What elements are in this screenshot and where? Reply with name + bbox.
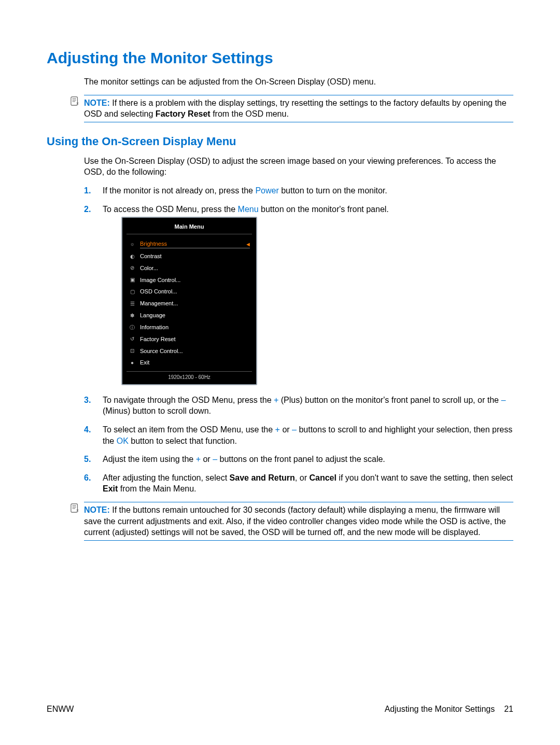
step-text: If the monitor is not already on, press … (103, 186, 387, 195)
svg-rect-1 (71, 504, 78, 512)
step-number: 1. (84, 185, 91, 196)
osd-item-label: Factory Reset (140, 335, 175, 343)
note-box-1: NOTE: If there is a problem with the dis… (84, 95, 513, 122)
footer-section-name: Adjusting the Monitor Settings (385, 705, 495, 714)
osd-menu-item: ↺Factory Reset (127, 334, 252, 345)
osd-item-icon: ↺ (129, 335, 136, 343)
section-title: Adjusting the Monitor Settings (47, 49, 513, 67)
note-box-2: NOTE: If the buttons remain untouched fo… (84, 502, 513, 541)
step-number: 3. (84, 395, 91, 406)
step-number: 4. (84, 424, 91, 435)
osd-item-label: Brightness (140, 240, 250, 248)
step-number: 6. (84, 472, 91, 484)
step-5: 5.Adjust the item using the + or – butto… (84, 454, 513, 465)
osd-item-icon: ✽ (129, 312, 136, 319)
osd-item-label: OSD Control... (140, 288, 177, 296)
osd-title: Main Menu (127, 222, 252, 234)
step-text: Adjust the item using the + or – buttons… (103, 455, 385, 463)
osd-item-icon: ▣ (129, 276, 136, 284)
page-footer: ENWW Adjusting the Monitor Settings 21 (47, 705, 513, 714)
osd-menu-item: ⊘Color... (127, 263, 252, 274)
step-text: To select an item from the OSD Menu, use… (103, 425, 512, 445)
step-text: To access the OSD Menu, press the Menu b… (103, 205, 389, 214)
note-text-2: If the buttons remain untouched for 30 s… (84, 505, 506, 537)
osd-menu-item: ⓘInformation (127, 322, 252, 333)
osd-menu-item: ✽Language (127, 310, 252, 321)
footer-page-number: 21 (504, 705, 513, 714)
osd-item-icon: ▢ (129, 288, 136, 296)
osd-menu-item: ◐Contrast (127, 251, 252, 262)
osd-menu-item: ☼Brightness◄ (127, 238, 252, 250)
osd-item-label: Information (140, 324, 169, 331)
osd-menu-item: ☰Management... (127, 298, 252, 309)
step-2: 2.To access the OSD Menu, press the Menu… (84, 204, 513, 385)
osd-item-label: Color... (140, 264, 158, 272)
osd-item-label: Image Control... (140, 276, 180, 284)
step-3: 3.To navigate through the OSD Menu, pres… (84, 395, 513, 417)
step-4: 4.To select an item from the OSD Menu, u… (84, 424, 513, 446)
subsection-title: Using the On-Screen Display Menu (47, 135, 513, 148)
osd-item-icon: ☰ (129, 300, 136, 307)
note-icon (71, 96, 80, 106)
osd-item-label: Language (140, 312, 165, 319)
osd-menu-item: ▢OSD Control... (127, 286, 252, 297)
osd-item-label: Exit (140, 359, 149, 367)
osd-item-icon: ☼ (129, 241, 136, 248)
step-number: 5. (84, 454, 91, 465)
svg-rect-0 (71, 96, 78, 105)
osd-screenshot: Main Menu ☼Brightness◄◐Contrast⊘Color...… (121, 217, 257, 385)
osd-item-icon: ● (129, 359, 136, 367)
osd-item-icon: ◐ (129, 253, 136, 260)
footer-left: ENWW (47, 705, 74, 714)
osd-item-label: Source Control... (140, 347, 183, 355)
sub-intro-text: Use the On-Screen Display (OSD) to adjus… (84, 156, 513, 178)
note-label-2: NOTE: (84, 505, 110, 514)
osd-item-label: Contrast (140, 252, 162, 260)
osd-menu-item: ▣Image Control... (127, 275, 252, 286)
step-1: 1.If the monitor is not already on, pres… (84, 185, 513, 196)
osd-item-icon: ⊘ (129, 264, 136, 272)
osd-item-label: Management... (140, 300, 178, 307)
osd-item-icon: ⓘ (129, 324, 136, 331)
osd-item-icon: ⊡ (129, 347, 136, 355)
note-text-1: If there is a problem with the display s… (84, 99, 507, 119)
step-6: 6.After adjusting the function, select S… (84, 472, 513, 495)
osd-menu-item: ●Exit (127, 357, 252, 368)
osd-resolution-footer: 1920x1200 - 60Hz (127, 371, 252, 382)
step-text: To navigate through the OSD Menu, press … (103, 396, 506, 416)
steps-list: 1.If the monitor is not already on, pres… (84, 185, 513, 495)
step-text: After adjusting the function, select Sav… (103, 473, 513, 494)
note-label-1: NOTE: (84, 99, 110, 107)
osd-items-container: ☼Brightness◄◐Contrast⊘Color...▣Image Con… (127, 234, 252, 371)
note-icon (71, 503, 80, 513)
osd-selected-arrow-icon: ◄ (245, 241, 251, 248)
step-number: 2. (84, 204, 91, 215)
osd-menu-item: ⊡Source Control... (127, 346, 252, 357)
intro-text: The monitor settings can be adjusted fro… (84, 76, 513, 88)
